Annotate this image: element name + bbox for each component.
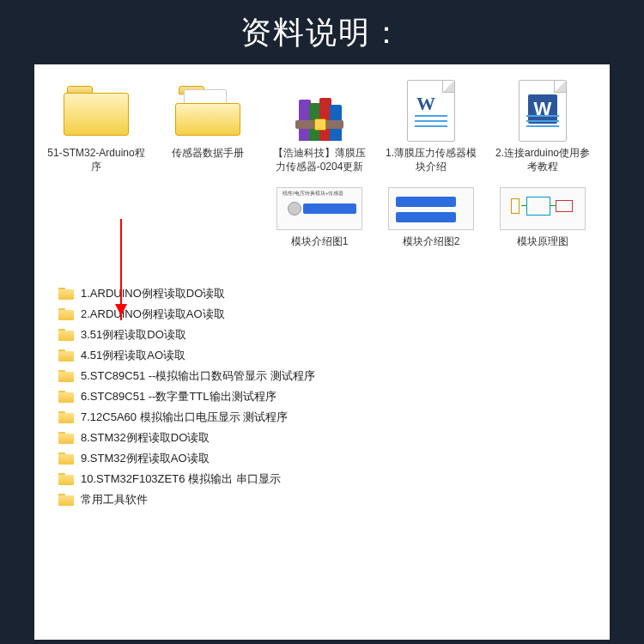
folder-icon [58,308,74,320]
archive-item[interactable]: 【浩迪科技】薄膜压力传感器-0204更新 [270,78,369,173]
folder-icon [58,329,74,341]
list-item[interactable]: 9.STM32例程读取AO读取 [58,448,598,469]
list-item[interactable]: 常用工具软件 [58,489,598,510]
folder-icon [58,411,74,423]
folder-icon [58,453,74,465]
folder-icon [58,432,74,444]
item-label: 51-STM32-Arduino程序 [46,147,146,173]
folder-icon [58,370,74,382]
folder-icon [58,391,74,403]
folder-name: 10.STM32F103ZET6 模拟输出 串口显示 [81,471,281,487]
folder-icon [64,86,129,136]
thumbnail-icon [388,187,474,230]
folder-name: 常用工具软件 [81,492,148,507]
folder-icon [58,349,74,361]
folder-icon [58,494,74,506]
arrow-indicator [120,219,122,320]
list-item[interactable]: 4.51例程读取AO读取 [58,345,598,366]
thumbnail-icon: 线性/电压转换模块+传感器 [276,187,362,230]
thumbnail-icon [500,187,586,230]
image-item[interactable]: 模块原理图 [493,185,592,249]
list-item[interactable]: 7.12C5A60 模拟输出口电压显示 测试程序 [58,407,598,428]
item-label: 模块原理图 [493,235,592,249]
icon-grid-row2: 线性/电压转换模块+传感器 模块介绍图1 模块介绍图2 模块原理图 [270,185,598,249]
item-label: 2.连接arduino使用参考教程 [493,147,592,173]
image-item[interactable]: 线性/电压转换模块+传感器 模块介绍图1 [270,185,369,249]
folder-item[interactable]: 传感器数据手册 [158,78,258,173]
rar-icon [295,81,343,141]
list-item[interactable]: 10.STM32F103ZET6 模拟输出 串口显示 [58,469,598,489]
icon-grid-row1: 51-STM32-Arduino程序 传感器数据手册 【浩迪科技】薄膜压力传感器… [46,78,598,173]
folder-name: 5.STC89C51 --模拟输出口数码管显示 测试程序 [81,368,315,384]
item-label: 传感器数据手册 [158,147,258,161]
folder-name: 8.STM32例程读取DO读取 [81,430,210,446]
list-item[interactable]: 8.STM32例程读取DO读取 [58,428,598,448]
folder-icon [58,288,74,300]
item-label: 1.薄膜压力传感器模块介绍 [381,147,481,173]
folder-name: 6.STC89C51 --数字量TTL输出测试程序 [81,389,276,404]
list-item[interactable]: 6.STC89C51 --数字量TTL输出测试程序 [58,386,598,407]
list-item[interactable]: 5.STC89C51 --模拟输出口数码管显示 测试程序 [58,366,598,386]
folder-icon [58,473,74,485]
word-doc-icon: W [519,80,567,142]
item-label: 模块介绍图2 [381,235,481,249]
item-label: 模块介绍图1 [270,235,369,249]
folder-name: 7.12C5A60 模拟输出口电压显示 测试程序 [81,410,288,425]
document-item[interactable]: W 2.连接arduino使用参考教程 [493,78,592,173]
file-panel: 51-STM32-Arduino程序 传感器数据手册 【浩迪科技】薄膜压力传感器… [34,64,610,640]
folder-list: 1.ARDUINO例程读取DO读取 2.ARDUINO例程读取AO读取 3.51… [46,283,598,510]
folder-name: 2.ARDUINO例程读取AO读取 [81,307,225,322]
word-doc-icon: W [407,80,455,142]
folder-name: 3.51例程读取DO读取 [81,327,186,343]
image-item[interactable]: 模块介绍图2 [381,185,481,249]
document-item[interactable]: W 1.薄膜压力传感器模块介绍 [381,78,481,173]
folder-name: 1.ARDUINO例程读取DO读取 [81,286,225,301]
folder-icon [175,86,240,136]
item-label: 【浩迪科技】薄膜压力传感器-0204更新 [270,147,369,173]
list-item[interactable]: 3.51例程读取DO读取 [58,325,598,345]
folder-name: 9.STM32例程读取AO读取 [81,451,210,466]
page-title: 资料说明： [0,0,644,64]
folder-item[interactable]: 51-STM32-Arduino程序 [46,78,146,173]
list-item[interactable]: 1.ARDUINO例程读取DO读取 [58,283,598,304]
list-item[interactable]: 2.ARDUINO例程读取AO读取 [58,304,598,325]
folder-name: 4.51例程读取AO读取 [81,348,185,363]
